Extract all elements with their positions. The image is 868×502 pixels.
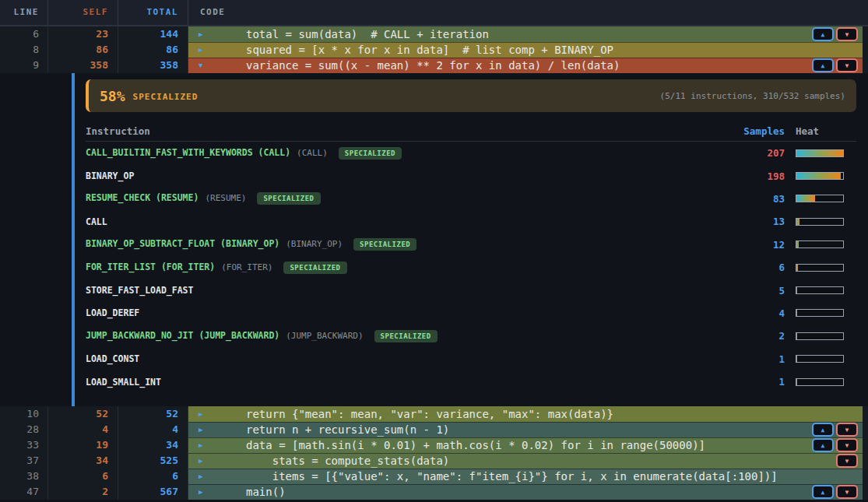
- expand-caret-icon[interactable]: ▶: [188, 472, 220, 480]
- profiler-table-header: LINE SELF TOTAL CODE: [0, 0, 868, 26]
- instruction-name: BINARY_OP_SUBTRACT_FLOAT (BINARY_OP): [86, 238, 279, 249]
- self-column-header: SELF: [48, 0, 118, 25]
- arrow-down-icon: ▼: [845, 458, 849, 465]
- arrow-up-icon: ▲: [821, 62, 825, 69]
- heat-bar-fill: [796, 287, 797, 293]
- expand-caret-icon[interactable]: ▶: [188, 441, 220, 449]
- code-cell[interactable]: ▶ stats = compute_stats(data) ▼: [188, 453, 863, 469]
- instruction-samples: 198: [699, 170, 785, 182]
- expand-caret-icon[interactable]: ▶: [188, 410, 220, 418]
- samples-column-header: Samples: [699, 125, 785, 137]
- heat-bar: [796, 218, 844, 226]
- heat-bar-fill: [796, 195, 815, 202]
- code-cell[interactable]: ▶ total = sum(data) # CALL + iteration ▲…: [188, 26, 863, 42]
- specialized-badge: SPECIALIZED: [339, 147, 402, 160]
- move-up-button[interactable]: ▲: [812, 423, 834, 437]
- code-cell[interactable]: ▶ return n + recursive_sum(n - 1) ▲ ▼: [188, 422, 863, 437]
- total-samples-cell: 6: [118, 469, 188, 484]
- total-column-header: TOTAL: [118, 0, 188, 25]
- move-up-button[interactable]: ▲: [812, 58, 834, 72]
- heat-bar-fill: [796, 333, 797, 339]
- heat-bar: [796, 309, 844, 317]
- code-cell[interactable]: ▶ items = [{"value": x, "name": f"item_{…: [188, 469, 863, 484]
- heat-bar: [796, 264, 844, 272]
- instruction-row: BINARY_OP_SUBTRACT_FLOAT (BINARY_OP) (BI…: [86, 233, 856, 256]
- code-row: 28 4 4 ▶ return n + recursive_sum(n - 1)…: [0, 422, 868, 437]
- source-code-text: items = [{"value": x, "name": f"item_{i}…: [246, 469, 778, 484]
- instruction-samples: 13: [699, 216, 785, 227]
- instruction-base-opcode: (JUMP_BACKWARD): [286, 331, 363, 341]
- profiler-app: LINE SELF TOTAL CODE 6 23 144 ▶ total = …: [0, 0, 868, 502]
- arrow-down-icon: ▼: [845, 427, 849, 434]
- code-cell[interactable]: ▶ squared = [x * x for x in data] # list…: [188, 42, 863, 58]
- heat-column-header: Heat: [785, 125, 856, 137]
- line-number-cell: 28: [0, 422, 48, 437]
- instruction-name: LOAD_CONST: [86, 353, 139, 364]
- line-number-cell: 9: [0, 58, 48, 73]
- move-down-button[interactable]: ▼: [836, 454, 858, 468]
- self-samples-cell: 6: [48, 469, 118, 484]
- source-code-text: main(): [246, 484, 286, 500]
- instruction-name: STORE_FAST_LOAD_FAST: [86, 285, 193, 296]
- heat-bar: [796, 195, 844, 202]
- instruction-row: RESUME_CHECK (RESUME) (RESUME) SPECIALIZ…: [86, 188, 856, 210]
- instruction-samples: 207: [699, 147, 785, 159]
- instruction-row: CALL 13: [86, 210, 856, 233]
- instruction-table: CALL_BUILTIN_FAST_WITH_KEYWORDS (CALL) (…: [86, 142, 856, 393]
- code-row: 9 358 358 ▼ variance = sum((x - mean) **…: [0, 58, 868, 73]
- code-cell[interactable]: ▶ main() ▲ ▼: [188, 484, 863, 500]
- move-down-button[interactable]: ▼: [836, 423, 858, 437]
- instruction-samples: 83: [699, 193, 785, 205]
- self-samples-cell: 86: [48, 42, 118, 58]
- expand-caret-icon[interactable]: ▶: [188, 426, 220, 434]
- self-samples-cell: 19: [48, 437, 118, 453]
- move-down-button[interactable]: ▼: [836, 438, 858, 452]
- move-down-button[interactable]: ▼: [836, 485, 858, 499]
- line-number-cell: 37: [0, 453, 48, 469]
- move-up-button[interactable]: ▲: [812, 438, 834, 452]
- specialized-badge: SPECIALIZED: [353, 238, 416, 251]
- code-cell[interactable]: ▼ variance = sum((x - mean) ** 2 for x i…: [188, 58, 863, 73]
- instruction-name: LOAD_SMALL_INT: [86, 377, 161, 388]
- heat-bar: [796, 378, 844, 386]
- code-cell[interactable]: ▶ return {"mean": mean, "var": variance,…: [188, 406, 863, 422]
- instruction-row: LOAD_CONST 1: [86, 348, 856, 370]
- total-samples-cell: 34: [118, 437, 188, 453]
- heat-bar: [796, 286, 844, 294]
- move-down-button[interactable]: ▼: [836, 58, 858, 72]
- expand-caret-icon[interactable]: ▶: [188, 457, 220, 465]
- specialization-banner: 58% SPECIALIZED (5/11 instructions, 310/…: [86, 79, 856, 112]
- line-number-cell: 47: [0, 484, 48, 500]
- code-column-header: CODE: [188, 0, 868, 25]
- self-samples-cell: 358: [48, 58, 118, 73]
- line-number-cell: 33: [0, 437, 48, 453]
- self-samples-cell: 23: [48, 26, 118, 42]
- code-row: 6 23 144 ▶ total = sum(data) # CALL + it…: [0, 26, 868, 42]
- self-samples-cell: 4: [48, 422, 118, 437]
- heat-bar-fill: [796, 241, 799, 247]
- heat-bar-fill: [796, 379, 797, 385]
- self-samples-cell: 52: [48, 406, 118, 422]
- instruction-base-opcode: (FOR_ITER): [221, 262, 272, 272]
- instruction-base-opcode: (BINARY_OP): [286, 239, 343, 249]
- expand-caret-icon[interactable]: ▼: [188, 61, 220, 69]
- instruction-name: CALL: [86, 216, 107, 227]
- code-row: 8 86 86 ▶ squared = [x * x for x in data…: [0, 42, 868, 58]
- arrow-down-icon: ▼: [845, 31, 849, 38]
- move-up-button[interactable]: ▲: [812, 27, 834, 41]
- instruction-samples: 1: [699, 376, 785, 388]
- arrow-up-icon: ▲: [821, 442, 825, 449]
- specialization-panel: 58% SPECIALIZED (5/11 instructions, 310/…: [86, 79, 856, 393]
- expand-caret-icon[interactable]: ▶: [188, 488, 220, 496]
- move-up-button[interactable]: ▲: [812, 485, 834, 499]
- expand-caret-icon[interactable]: ▶: [188, 46, 220, 54]
- source-code-text: squared = [x * x for x in data] # list c…: [246, 42, 613, 58]
- heat-bar: [796, 332, 844, 340]
- arrow-down-icon: ▼: [845, 62, 849, 69]
- expand-caret-icon[interactable]: ▶: [188, 30, 220, 38]
- code-row: 33 19 34 ▶ data = [math.sin(i * 0.01) + …: [0, 437, 868, 453]
- code-cell[interactable]: ▶ data = [math.sin(i * 0.01) + math.cos(…: [188, 437, 863, 453]
- code-rows-top: 6 23 144 ▶ total = sum(data) # CALL + it…: [0, 26, 868, 73]
- line-number-cell: 10: [0, 406, 48, 422]
- move-down-button[interactable]: ▼: [836, 27, 858, 41]
